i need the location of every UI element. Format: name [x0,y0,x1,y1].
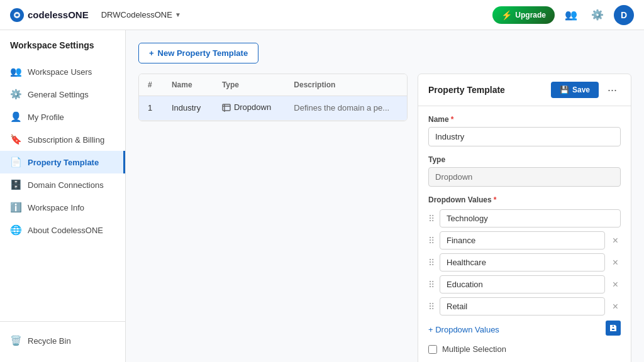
new-property-label: New Property Template [158,48,248,58]
multiple-selection-checkbox[interactable] [428,345,437,354]
sidebar-label-general-settings: General Settings [28,90,89,99]
col-type: Type [213,74,285,96]
sidebar-label-my-profile: My Profile [28,112,64,122]
col-name: Name [163,74,213,96]
type-icon: Dropdown [222,102,271,112]
sidebar-item-domain-connections[interactable]: 🗄️ Domain Connections [0,173,125,196]
bolt-icon: ⚡ [501,10,512,20]
dropdown-value-row-3: ⠿ × [428,253,621,272]
name-input[interactable] [428,127,621,146]
logo: codelessONE [10,8,89,22]
content-area: + New Property Template # Name Type Desc… [126,30,644,362]
add-dropdown-label: + Dropdown Values [428,325,499,334]
dropdown-value-input-3[interactable] [440,253,605,272]
workspace-users-icon: 👥 [10,66,21,77]
sidebar-item-general-settings[interactable]: ⚙️ General Settings [0,83,125,106]
about-icon: 🌐 [10,224,21,236]
new-property-template-button[interactable]: + New Property Template [138,43,258,63]
cell-type: Dropdown [213,96,285,121]
settings-icon[interactable]: ⚙️ [587,5,608,25]
main-layout: Workspace Settings 👥 Workspace Users ⚙️ … [0,30,644,362]
remove-finance-button[interactable]: × [610,234,621,247]
plus-icon: + [149,48,154,58]
name-field-group: Name * [428,115,621,146]
name-required: * [451,115,454,124]
workspace-info-icon: ℹ️ [10,202,21,213]
topbar-right: ⚡ Upgrade 👥 ⚙️ D [492,5,634,25]
remove-healthcare-button[interactable]: × [610,256,621,269]
dropdown-value-row-4: ⠿ × [428,275,621,293]
drag-handle-icon[interactable]: ⠿ [428,236,435,246]
sidebar-label-property-template: Property Template [28,158,99,167]
property-table-container: # Name Type Description 1 Industry [138,74,408,121]
panel-title: Property Template [428,85,546,95]
sidebar-label-domain-connections: Domain Connections [28,180,104,190]
sidebar-item-workspace-users[interactable]: 👥 Workspace Users [0,60,125,83]
cell-num: 1 [139,96,163,121]
type-label: Type [428,155,621,164]
name-label: Name * [428,115,621,124]
col-description: Description [285,74,407,96]
dropdown-value-row-1: ⠿ [428,209,621,228]
property-template-icon: 📄 [10,156,21,168]
table-section: # Name Type Description 1 Industry [138,74,408,362]
save-label: Save [572,85,590,94]
save-icon: 💾 [560,85,569,94]
multiple-selection-row: Multiple Selection [428,344,621,354]
sidebar-bottom: 🗑️ Recycle Bin [0,321,125,352]
panel-body: Name * Type Dropdown Values [418,106,631,362]
table-header-row: # Name Type Description [139,74,407,96]
property-table: # Name Type Description 1 Industry [139,74,407,121]
sidebar-label-about-codelessone: About CodelessONE [28,226,103,235]
more-options-button[interactable]: ··· [604,82,621,98]
dropdown-value-row-5: ⠿ × [428,297,621,315]
drag-handle-icon[interactable]: ⠿ [428,214,435,224]
logo-icon [10,8,24,22]
panel-header: Property Template 💾 Save ··· [418,74,631,106]
topbar: codelessONE DRWCodelessONE ▼ ⚡ Upgrade 👥… [0,0,644,30]
general-settings-icon: ⚙️ [10,89,21,100]
cell-name: Industry [163,96,213,121]
type-field-group: Type [428,155,621,187]
remove-education-button[interactable]: × [610,278,621,291]
upgrade-label: Upgrade [515,11,546,19]
sidebar-item-subscription-billing[interactable]: 🔖 Subscription & Billing [0,128,125,151]
table-row[interactable]: 1 Industry Dropdown Defines the domain a… [139,96,407,121]
drag-handle-icon[interactable]: ⠿ [428,302,435,312]
save-button[interactable]: 💾 Save [551,82,599,98]
users-icon[interactable]: 👥 [561,5,581,25]
sidebar-item-about-codelessone[interactable]: 🌐 About CodelessONE [0,219,125,241]
sidebar-label-workspace-info: Workspace Info [28,203,84,212]
sidebar-label-recycle-bin: Recycle Bin [28,336,71,346]
col-num: # [139,74,163,96]
right-panel: Property Template 💾 Save ··· Name * [418,74,631,362]
drag-handle-icon[interactable]: ⠿ [428,258,435,268]
remove-retail-button[interactable]: × [610,300,621,313]
sidebar-label-workspace-users: Workspace Users [28,67,92,77]
dropdown-value-input-5[interactable] [440,297,605,315]
avatar[interactable]: D [614,5,634,25]
sidebar-item-my-profile[interactable]: 👤 My Profile [0,106,125,128]
sidebar-item-recycle-bin[interactable]: 🗑️ Recycle Bin [0,329,125,352]
sidebar-item-workspace-info[interactable]: ℹ️ Workspace Info [0,196,125,219]
workspace-selector[interactable]: DRWCodelessONE ▼ [101,10,181,19]
domain-connections-icon: 🗄️ [10,179,21,190]
drag-handle-icon[interactable]: ⠿ [428,280,435,290]
save-list-button[interactable] [606,321,621,336]
cell-description: Defines the domain a pe... [285,96,407,121]
dropdown-value-input-2[interactable] [440,231,605,250]
dropdown-required: * [494,195,497,204]
sidebar: Workspace Settings 👥 Workspace Users ⚙️ … [0,30,126,362]
sidebar-item-property-template[interactable]: 📄 Property Template [0,151,125,173]
dropdown-value-input-1[interactable] [440,209,621,228]
dropdown-values-label: Dropdown Values * [428,195,621,204]
my-profile-icon: 👤 [10,111,21,123]
dropdown-values-group: Dropdown Values * ⠿ ⠿ × [428,195,621,336]
dropdown-value-input-4[interactable] [440,275,605,293]
upgrade-button[interactable]: ⚡ Upgrade [492,6,555,24]
dropdown-value-row-2: ⠿ × [428,231,621,250]
add-dropdown-value-button[interactable]: + Dropdown Values [428,325,499,334]
multiple-selection-label[interactable]: Multiple Selection [442,344,506,354]
workspace-name: DRWCodelessONE [101,10,172,19]
recycle-bin-icon: 🗑️ [10,335,21,346]
